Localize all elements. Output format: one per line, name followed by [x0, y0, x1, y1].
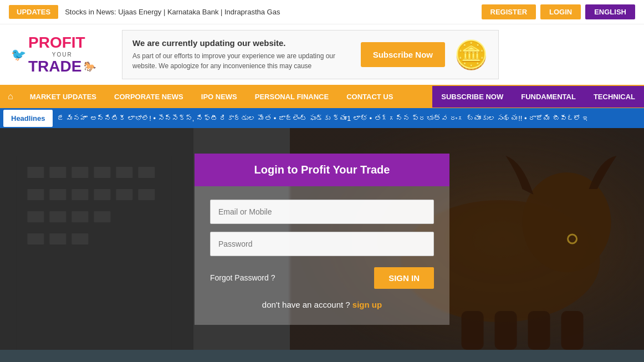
svg-rect-14	[116, 167, 132, 178]
building-silhouette-svg	[0, 128, 193, 350]
svg-rect-26	[27, 233, 44, 244]
nav-technical[interactable]: TECHNICAL	[585, 86, 644, 108]
update-banner: We are currently updating our website. A…	[122, 30, 499, 79]
svg-rect-5	[528, 311, 550, 350]
nav-contact-us[interactable]: CONTACT US	[338, 86, 402, 108]
subscribe-now-button[interactable]: Subscribe Now	[361, 42, 445, 67]
form-actions-row: Forgot Password ? SIGN IN	[210, 267, 434, 289]
headlines-bar: Headlines జే మినహా అన్నిటికీ లాభాలే! • స…	[0, 108, 644, 128]
svg-rect-17	[49, 189, 66, 200]
top-bar-right: REGISTER LOGIN ENGLISH	[482, 4, 635, 19]
svg-rect-9	[16, 156, 171, 350]
banner-heading: We are currently updating our website.	[132, 38, 352, 48]
password-input[interactable]	[210, 232, 434, 256]
headlines-text: జే మినహా అన్నిటికీ లాభాలే! • సెన్సెక్స్,…	[57, 114, 590, 123]
updates-button[interactable]: UPDATES	[9, 5, 58, 19]
svg-rect-27	[49, 233, 66, 244]
logo-your: YOUR	[28, 52, 96, 58]
nav-fundamental[interactable]: FUNDAMENTAL	[512, 86, 585, 108]
register-button[interactable]: REGISTER	[482, 4, 536, 19]
svg-rect-24	[71, 211, 88, 222]
svg-rect-28	[71, 233, 88, 244]
logo: 🐦 PROFIT YOUR TRADE 🐎	[11, 34, 111, 75]
login-title: Login to Profit Your Trade	[254, 164, 390, 176]
banner-body: As part of our efforts to improve your e…	[132, 51, 352, 71]
email-input[interactable]	[210, 200, 434, 224]
svg-rect-21	[138, 189, 155, 200]
login-form-body: Forgot Password ? SIGN IN don't have an …	[195, 186, 449, 325]
svg-rect-19	[94, 189, 110, 200]
svg-rect-3	[461, 311, 483, 350]
logo-profit: PROFIT	[28, 34, 85, 52]
nav-bar: ⌂ MARKET UPDATES CORPORATE NEWS IPO NEWS…	[0, 85, 644, 108]
svg-rect-6	[561, 311, 583, 350]
logo-trade: TRADE	[28, 58, 81, 75]
nav-right-group: SUBSCRIBE NOW FUNDAMENTAL TECHNICAL	[432, 86, 644, 108]
svg-rect-10	[27, 167, 44, 178]
forgot-password-link[interactable]: Forgot Password ?	[210, 273, 275, 282]
english-button[interactable]: ENGLISH	[585, 4, 635, 19]
svg-rect-4	[494, 311, 517, 350]
login-button[interactable]: LOGIN	[540, 4, 581, 19]
signup-row: don't have an account ? sign up	[210, 300, 434, 309]
news-ticker: Stocks in News: Ujaas Energy | Karnataka…	[65, 8, 280, 16]
nav-corporate-news[interactable]: CORPORATE NEWS	[105, 86, 192, 108]
logo-banner-area: 🐦 PROFIT YOUR TRADE 🐎 We are currently u…	[0, 24, 644, 85]
nav-ipo-news[interactable]: IPO NEWS	[192, 86, 246, 108]
hero-section: Login to Profit Your Trade Forgot Passwo…	[0, 128, 644, 350]
nav-market-updates[interactable]: MARKET UPDATES	[21, 86, 105, 108]
home-nav-icon[interactable]: ⌂	[0, 85, 21, 108]
no-account-text: don't have an account ?	[262, 300, 350, 309]
svg-rect-15	[138, 167, 155, 178]
nav-subscribe-now[interactable]: SUBSCRIBE NOW	[432, 86, 512, 108]
svg-rect-16	[27, 189, 44, 200]
sign-up-link[interactable]: sign up	[352, 300, 382, 309]
headlines-label: Headlines	[3, 110, 53, 127]
nav-personal-finance[interactable]: PERSONAL FINANCE	[246, 86, 338, 108]
login-form-container: Login to Profit Your Trade Forgot Passwo…	[195, 154, 449, 325]
top-bar: UPDATES Stocks in News: Ujaas Energy | K…	[0, 0, 644, 24]
coin-icon: 🪙	[454, 39, 488, 71]
svg-rect-11	[49, 167, 66, 178]
svg-rect-22	[27, 211, 44, 222]
svg-rect-18	[71, 189, 88, 200]
svg-rect-12	[71, 167, 88, 178]
footer-bar	[0, 350, 644, 362]
bird-icon: 🐦	[11, 48, 26, 62]
svg-rect-13	[94, 167, 110, 178]
svg-rect-23	[49, 211, 66, 222]
svg-rect-25	[94, 211, 110, 222]
sign-in-button[interactable]: SIGN IN	[374, 267, 434, 289]
horse-icon: 🐎	[84, 60, 96, 73]
login-form-header: Login to Profit Your Trade	[195, 154, 449, 186]
banner-text-content: We are currently updating our website. A…	[132, 38, 352, 71]
top-bar-left: UPDATES Stocks in News: Ujaas Energy | K…	[9, 5, 280, 19]
svg-rect-20	[116, 189, 132, 200]
